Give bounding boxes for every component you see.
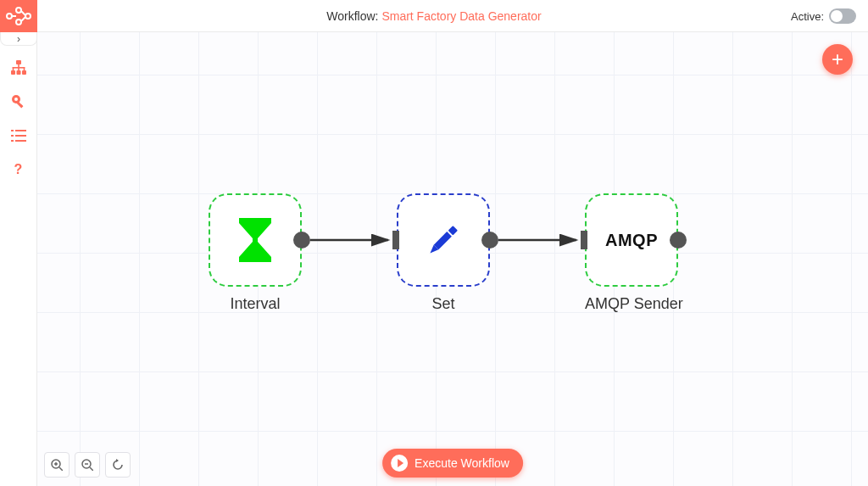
node-label: Set [397,295,490,313]
n8n-logo-icon [6,7,31,25]
node-interval[interactable]: Interval [209,193,302,313]
svg-rect-18 [15,130,26,131]
node-set-box[interactable] [397,193,490,287]
output-port[interactable] [293,232,310,249]
sidebar-item-workflows[interactable] [0,51,37,85]
active-toggle[interactable] [829,8,856,24]
input-port[interactable] [392,231,399,249]
zoom-out-button[interactable] [75,452,100,478]
svg-rect-12 [23,67,25,70]
workflow-name[interactable]: Smart Factory Data Generator [381,9,541,23]
svg-rect-4 [16,60,21,64]
add-node-button[interactable]: + [822,44,853,75]
key-icon [11,94,26,109]
undo-icon [112,459,124,471]
sidebar: › ? [0,0,37,486]
svg-rect-22 [15,140,26,142]
input-port[interactable] [581,231,587,249]
pencil-icon [423,220,464,260]
output-port[interactable] [670,232,687,249]
svg-line-30 [90,467,93,471]
svg-rect-21 [11,140,14,142]
svg-point-1 [16,8,21,13]
svg-rect-6 [16,70,20,75]
workflow-title: Workflow: Smart Factory Data Generator [326,9,541,23]
active-toggle-group: Active: [791,0,856,32]
workflow-title-prefix: Workflow: [326,9,381,23]
svg-rect-7 [22,70,26,75]
zoom-out-icon [81,459,93,471]
logo[interactable] [0,0,37,32]
svg-rect-24 [434,232,452,249]
svg-point-2 [16,20,21,25]
zoom-in-icon [51,459,63,471]
hourglass-icon [236,218,275,262]
svg-rect-19 [11,135,14,137]
expand-sidebar-button[interactable]: › [0,32,37,46]
sidebar-item-help[interactable]: ? [0,153,37,187]
node-set[interactable]: Set [397,193,490,313]
zoom-reset-button[interactable] [105,452,131,478]
workflow-canvas[interactable]: + Interval [37,32,868,486]
zoom-controls [44,452,131,478]
svg-line-26 [59,467,63,471]
play-icon [391,455,408,472]
node-amqp-box[interactable]: AMQP [585,193,678,287]
sidebar-item-executions[interactable] [0,119,37,153]
svg-point-3 [25,14,31,19]
svg-rect-5 [11,70,15,75]
execute-label: Execute Workflow [415,456,509,470]
output-port[interactable] [481,232,498,249]
plus-icon: + [832,47,843,71]
svg-point-0 [7,14,12,19]
node-label: Interval [209,295,302,313]
svg-rect-20 [15,135,26,137]
list-icon [11,129,26,142]
svg-rect-10 [12,67,14,70]
svg-rect-23 [448,226,458,235]
sitemap-icon [11,60,26,75]
node-label: AMQP Sender [585,295,678,313]
top-bar: Workflow: Smart Factory Data Generator A… [0,0,868,32]
node-amqp-sender[interactable]: AMQP AMQP Sender [585,193,678,313]
chevron-right-icon: › [17,33,20,45]
amqp-icon: AMQP [605,231,658,250]
zoom-in-button[interactable] [44,452,70,478]
execute-workflow-button[interactable]: Execute Workflow [382,449,523,478]
svg-rect-15 [15,101,22,108]
question-icon: ? [14,162,23,177]
active-label: Active: [791,10,824,23]
sidebar-item-credentials[interactable] [0,85,37,119]
svg-rect-11 [18,67,19,70]
svg-point-14 [14,98,18,101]
svg-rect-17 [11,130,14,131]
node-interval-box[interactable] [209,193,302,287]
